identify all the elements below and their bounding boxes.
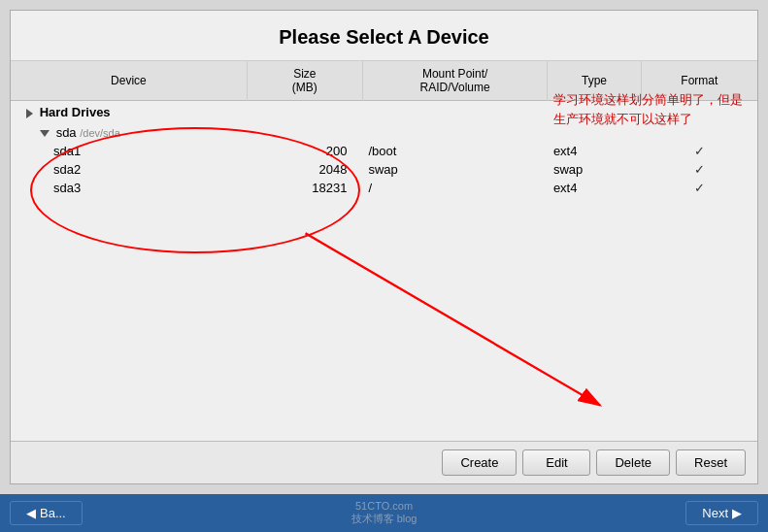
col-size: Size(MB) bbox=[247, 61, 362, 101]
bottom-bar: Create Edit Delete Reset bbox=[11, 441, 757, 483]
delete-button[interactable]: Delete bbox=[596, 449, 670, 476]
table-section: Device Size(MB) Mount Point/RAID/Volume … bbox=[11, 61, 757, 441]
device-table: Device Size(MB) Mount Point/RAID/Volume … bbox=[11, 61, 757, 197]
watermark-area: 51CTO.com 技术博客 blog bbox=[351, 500, 417, 526]
next-button[interactable]: Next ▶ bbox=[685, 501, 758, 525]
nav-bar: ◀ Ba... 51CTO.com 技术博客 blog Next ▶ bbox=[0, 494, 768, 532]
main-window: Please Select A Device Device Size(MB) M… bbox=[10, 10, 758, 484]
annotation-text: 学习环境这样划分简单明了，但是生产环境就不可以这样了 bbox=[553, 90, 748, 128]
back-arrow-icon: ◀ bbox=[26, 506, 36, 520]
partition-sda1-row[interactable]: sda1 200 /boot ext4 ✓ bbox=[11, 142, 757, 160]
reset-button[interactable]: Reset bbox=[676, 449, 746, 476]
section-label: Hard Drives bbox=[40, 105, 111, 119]
col-device: Device bbox=[11, 61, 247, 101]
col-mount: Mount Point/RAID/Volume bbox=[362, 61, 548, 101]
back-button[interactable]: ◀ Ba... bbox=[10, 501, 83, 525]
partition-sda3-row[interactable]: sda3 18231 / ext4 ✓ bbox=[11, 179, 757, 197]
create-button[interactable]: Create bbox=[442, 449, 517, 476]
device-sda-subtitle: /dev/sda bbox=[80, 127, 120, 139]
expand-sda-icon[interactable] bbox=[40, 130, 50, 137]
watermark-line1: 51CTO.com bbox=[351, 500, 417, 512]
svg-line-1 bbox=[306, 233, 601, 405]
page-title: Please Select A Device bbox=[11, 11, 757, 61]
partition-sda2-row[interactable]: sda2 2048 swap swap ✓ bbox=[11, 160, 757, 179]
content-area: Device Size(MB) Mount Point/RAID/Volume … bbox=[11, 61, 757, 441]
watermark-line2: 技术博客 blog bbox=[351, 512, 417, 526]
next-arrow-icon: ▶ bbox=[732, 506, 742, 520]
device-sda-name: sda bbox=[56, 125, 77, 140]
edit-button[interactable]: Edit bbox=[522, 449, 590, 476]
expand-icon[interactable] bbox=[26, 109, 33, 118]
